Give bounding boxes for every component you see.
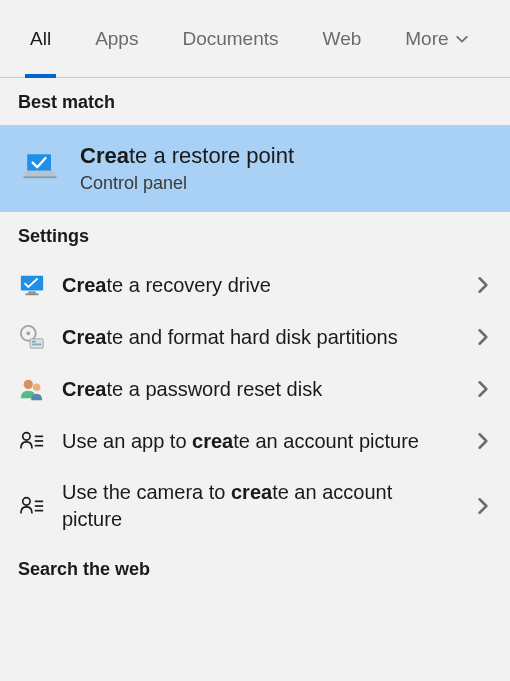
svg-rect-0 (27, 154, 51, 171)
section-header-search-web: Search the web (0, 545, 510, 592)
svg-point-16 (23, 498, 30, 505)
svg-rect-3 (28, 292, 35, 294)
section-header-best-match: Best match (0, 78, 510, 125)
svg-rect-9 (32, 344, 41, 346)
result-title: Use an app to create an account picture (62, 428, 458, 455)
svg-point-11 (33, 383, 40, 390)
filter-tabs: All Apps Documents Web More (0, 0, 510, 78)
best-match-text: Create a restore point Control panel (80, 143, 294, 194)
best-match-title: Create a restore point (80, 143, 294, 169)
disk-partition-icon (18, 323, 46, 351)
svg-rect-1 (24, 176, 57, 178)
result-title: Create a password reset disk (62, 376, 458, 403)
tab-more-label: More (405, 28, 448, 50)
chevron-right-icon (474, 432, 492, 450)
chevron-right-icon (474, 380, 492, 398)
result-title: Create and format hard disk partitions (62, 324, 458, 351)
result-title: Create a recovery drive (62, 272, 458, 299)
result-title: Use the camera to create an account pict… (62, 479, 458, 533)
result-password-reset[interactable]: Create a password reset disk (0, 363, 510, 415)
tab-web[interactable]: Web (301, 0, 384, 77)
best-match-result[interactable]: Create a restore point Control panel (0, 125, 510, 212)
monitor-icon (18, 271, 46, 299)
settings-results: Create a recovery drive Create and forma… (0, 259, 510, 545)
svg-point-6 (26, 331, 30, 335)
svg-point-12 (23, 433, 30, 440)
tab-documents[interactable]: Documents (160, 0, 300, 77)
result-recovery-drive[interactable]: Create a recovery drive (0, 259, 510, 311)
chevron-right-icon (474, 497, 492, 515)
tab-apps[interactable]: Apps (73, 0, 160, 77)
svg-point-10 (24, 380, 33, 389)
users-icon (18, 375, 46, 403)
best-match-subtitle: Control panel (80, 173, 294, 194)
chevron-right-icon (474, 276, 492, 294)
tab-more[interactable]: More (383, 0, 490, 77)
chevron-down-icon (455, 32, 469, 46)
account-list-icon (18, 492, 46, 520)
account-list-icon (18, 427, 46, 455)
result-format-disk[interactable]: Create and format hard disk partitions (0, 311, 510, 363)
tab-all[interactable]: All (8, 0, 73, 77)
result-app-account-picture[interactable]: Use an app to create an account picture (0, 415, 510, 467)
section-header-settings: Settings (0, 212, 510, 259)
result-camera-account-picture[interactable]: Use the camera to create an account pict… (0, 467, 510, 545)
svg-rect-8 (32, 341, 36, 343)
chevron-right-icon (474, 328, 492, 346)
laptop-check-icon (18, 147, 62, 191)
svg-rect-4 (26, 293, 39, 295)
